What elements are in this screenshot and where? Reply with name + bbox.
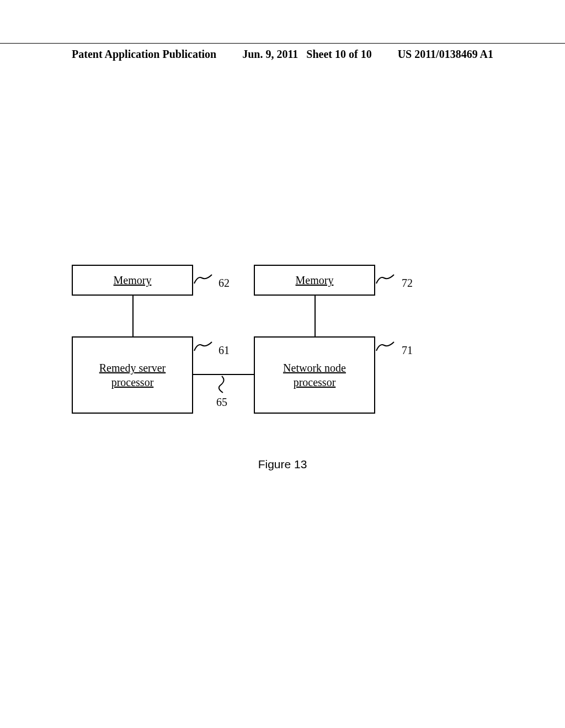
header-row: Patent Application Publication Jun. 9, 2… [0,48,565,61]
ref-proc-right: 71 [402,344,413,357]
label-processor-left: Remedy server processor [99,361,166,389]
ref-proc-left: 61 [218,344,230,357]
ref-mem-right: 72 [402,277,413,290]
box-processor-left: Remedy server processor [72,336,193,414]
lead-mem-right [375,272,397,283]
header-pub-number: US 2011/0138469 A1 [398,48,493,61]
label-processor-left-line2: processor [111,376,154,388]
label-processor-left-line1: Remedy server [99,362,166,374]
label-processor-right: Network node processor [283,361,346,389]
figure-caption: Figure 13 [0,458,565,471]
lead-link [215,375,228,394]
label-processor-right-line2: processor [294,376,336,388]
lead-proc-left [193,340,215,351]
ref-mem-left: 62 [218,277,230,290]
header-sheet: Sheet 10 of 10 [306,48,371,60]
label-memory-left: Memory [114,273,152,287]
box-memory-left: Memory [72,265,193,296]
connector-right-vertical [315,296,316,336]
figure-diagram: Memory Memory Remedy server processor Ne… [66,265,497,447]
page-header: Patent Application Publication Jun. 9, 2… [0,43,565,61]
header-publication-type: Patent Application Publication [72,48,216,61]
header-date: Jun. 9, 2011 [242,48,298,60]
header-date-sheet: Jun. 9, 2011 Sheet 10 of 10 [242,48,371,61]
box-memory-right: Memory [254,265,375,296]
label-memory-right: Memory [296,273,334,287]
ref-link: 65 [216,396,227,409]
lead-proc-right [375,340,397,351]
box-processor-right: Network node processor [254,336,375,414]
connector-left-vertical [132,296,134,336]
label-processor-right-line1: Network node [283,362,346,374]
lead-mem-left [193,272,215,283]
